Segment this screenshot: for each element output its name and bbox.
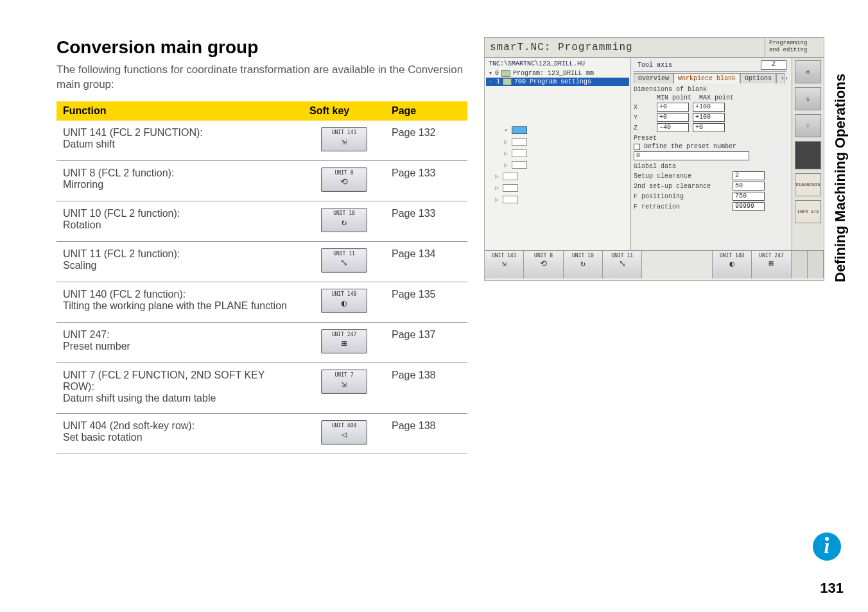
- second-clear-label: 2nd set-up clearance: [634, 183, 729, 190]
- preview-icon[interactable]: [795, 141, 821, 169]
- softkey-glyph-icon: ◁: [322, 430, 367, 439]
- sc-softkey-label: UNIT 140: [713, 253, 751, 259]
- softkey-glyph-icon: ⇲: [322, 137, 367, 146]
- sc-softkey-label: UNIT 8: [524, 253, 562, 259]
- func-cell: UNIT 11 (FCL 2 function):Scaling: [56, 241, 303, 282]
- softkey-cell: UNIT 8⟲: [303, 160, 385, 201]
- softkey-button[interactable]: UNIT 247⊞: [321, 329, 367, 353]
- func-line2: Rotation: [63, 219, 297, 231]
- struct-box[interactable]: [512, 138, 527, 146]
- softkey-glyph-icon: ◐: [322, 298, 367, 307]
- table-row: UNIT 8 (FCL 2 function):MirroringUNIT 8⟲…: [56, 160, 467, 201]
- sidebar-title: Defining Machining Operations: [832, 38, 849, 282]
- softkey-label: UNIT 247: [322, 332, 367, 337]
- sc-softkey-glyph-icon: ↻: [564, 259, 602, 268]
- table-row: UNIT 247:Preset numberUNIT 247⊞Page 137: [56, 322, 467, 362]
- page-heading: Conversion main group: [56, 37, 467, 58]
- softkey-label: UNIT 404: [322, 423, 367, 429]
- sc-softkey[interactable]: UNIT 247⊞: [752, 251, 791, 278]
- second-clear-input[interactable]: 50: [733, 182, 765, 191]
- struct-box[interactable]: [503, 196, 518, 203]
- dim-label: Dimensions of blank: [634, 86, 786, 93]
- func-cell: UNIT 7 (FCL 2 FUNCTION, 2ND SOFT KEY ROW…: [56, 362, 303, 413]
- table-row: UNIT 140 (FCL 2 function):Tilting the wo…: [56, 282, 467, 322]
- func-cell: UNIT 8 (FCL 2 function):Mirroring: [56, 160, 303, 201]
- sc-softkey-glyph-icon: ⇲: [485, 259, 523, 268]
- softkey-button[interactable]: UNIT 11⤡: [321, 248, 367, 273]
- z-max-input[interactable]: +0: [693, 123, 725, 132]
- info-panel-icon[interactable]: INFO 1/3: [795, 200, 821, 223]
- tab-options[interactable]: Options: [740, 73, 776, 83]
- x-label: X: [634, 104, 653, 111]
- sc-softkey[interactable]: UNIT 8⟲: [524, 251, 563, 278]
- tab-overview[interactable]: Overview: [634, 73, 673, 83]
- sc-softkey[interactable]: UNIT 10↻: [564, 251, 603, 278]
- sc-softkey-nav[interactable]: [792, 251, 808, 278]
- softkey-button[interactable]: UNIT 10↻: [321, 208, 367, 232]
- func-cell: UNIT 404 (2nd soft-key row):Set basic ro…: [56, 413, 303, 454]
- func-line1: UNIT 247:: [63, 329, 297, 341]
- tree-row-1[interactable]: · 1 700 Program settings: [486, 78, 629, 86]
- softkey-label: UNIT 141: [322, 130, 367, 135]
- softkey-glyph-icon: ⟲: [322, 177, 367, 186]
- softkey-button[interactable]: UNIT 141⇲: [321, 127, 367, 151]
- softkey-label: UNIT 11: [322, 251, 367, 257]
- setup-clear-label: Setup clearance: [634, 173, 729, 180]
- diagnosis-icon[interactable]: DIAGNOSIS: [795, 173, 821, 196]
- fpos-input[interactable]: 750: [733, 192, 765, 201]
- tree-row-0[interactable]: ▾0 Program: 123_DRILL mm: [486, 69, 629, 78]
- preset-checkbox[interactable]: [634, 144, 640, 150]
- sc-softkey-glyph-icon: ◐: [713, 259, 751, 268]
- x-max-input[interactable]: +100: [693, 103, 725, 112]
- t-icon[interactable]: T: [795, 114, 821, 137]
- struct-box[interactable]: [512, 126, 527, 134]
- y-min-input[interactable]: +0: [657, 113, 689, 122]
- m-icon[interactable]: M: [795, 60, 821, 83]
- fret-input[interactable]: 99999: [733, 202, 765, 211]
- sc-title: smarT.NC: Programming: [485, 38, 765, 57]
- softkey-cell: UNIT 247⊞: [303, 322, 385, 362]
- tool-axis-value[interactable]: Z: [761, 60, 786, 70]
- tab-workpiece[interactable]: Workpiece blank: [673, 73, 740, 83]
- func-cell: UNIT 140 (FCL 2 function):Tilting the wo…: [56, 282, 303, 322]
- softkey-button[interactable]: UNIT 8⟲: [321, 167, 367, 192]
- sc-softkey[interactable]: UNIT 11⤡: [603, 251, 642, 278]
- struct-box[interactable]: [512, 149, 527, 157]
- sc-softkey-nav[interactable]: [808, 251, 824, 278]
- struct-box[interactable]: [512, 161, 527, 169]
- softkey-button[interactable]: UNIT 140◐: [321, 289, 367, 313]
- z-min-input[interactable]: -40: [657, 123, 689, 132]
- softkey-glyph-icon: ⇲: [322, 379, 367, 388]
- softkey-button[interactable]: UNIT 404◁: [321, 420, 367, 445]
- sc-mode-l2: and editing: [769, 47, 820, 54]
- softkey-button[interactable]: UNIT 7⇲: [321, 370, 367, 394]
- setup-clear-input[interactable]: 2: [733, 171, 765, 180]
- page-cell: Page 132: [385, 121, 467, 161]
- structure-list: ▾ ▷ ▷ ▷ ▷ ▷ ▷: [504, 124, 629, 205]
- struct-box[interactable]: [503, 173, 518, 180]
- page-cell: Page 138: [385, 362, 467, 413]
- cnc-screenshot: smarT.NC: Programming Programming and ed…: [484, 37, 824, 281]
- sc-softkey[interactable]: [642, 251, 713, 278]
- sc-softkey[interactable]: UNIT 140◐: [713, 251, 752, 278]
- softkey-label: UNIT 8: [322, 170, 367, 176]
- page-cell: Page 133: [385, 201, 467, 241]
- s-icon[interactable]: S: [795, 87, 821, 110]
- sc-softkey[interactable]: UNIT 141⇲: [485, 251, 524, 278]
- preset-number-input[interactable]: 0: [634, 151, 749, 160]
- tool-axis-label: Tool axis: [634, 60, 676, 70]
- y-max-input[interactable]: +100: [693, 113, 725, 122]
- softkey-cell: UNIT 140◐: [303, 282, 385, 322]
- function-table: Function Soft key Page UNIT 141 (FCL 2 F…: [56, 101, 467, 454]
- info-icon[interactable]: ı: [813, 532, 841, 561]
- fret-label: F retraction: [634, 203, 729, 210]
- tab-scroll[interactable]: ‹›: [776, 73, 785, 83]
- x-min-input[interactable]: +0: [657, 103, 689, 112]
- func-line1: UNIT 10 (FCL 2 function):: [63, 208, 297, 219]
- func-line2: Tilting the working plane with the PLANE…: [63, 300, 297, 312]
- tree-txt-0: Program: 123_DRILL mm: [513, 70, 594, 77]
- y-label: Y: [634, 114, 653, 121]
- softkey-label: UNIT 10: [322, 210, 367, 216]
- sc-softkey-label: UNIT 11: [603, 253, 641, 259]
- struct-box[interactable]: [503, 184, 518, 192]
